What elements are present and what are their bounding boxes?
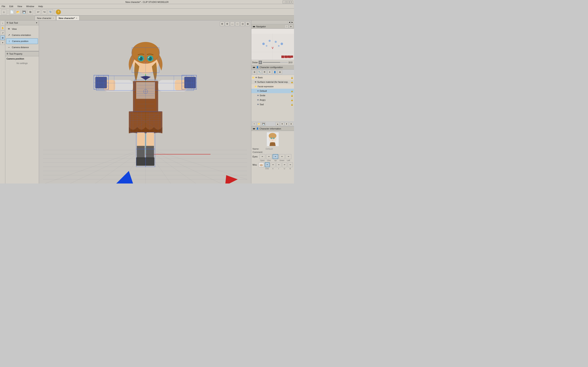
tool-camera-distance[interactable]: ↔ Camera distance bbox=[6, 44, 38, 50]
dist-slider[interactable] bbox=[263, 62, 287, 63]
tree-item-surface[interactable]: 👁 Surface material (for facial exp. 🔒 bbox=[251, 80, 294, 84]
config-bottom-btn[interactable]: ⬇ bbox=[289, 122, 293, 126]
tab-new-character[interactable]: New character × bbox=[35, 16, 56, 20]
tool-view[interactable]: 👁 View bbox=[6, 26, 38, 32]
menu-view[interactable]: View bbox=[17, 5, 23, 8]
tree-item-angry[interactable]: 👁 Angry 🔒 bbox=[251, 98, 294, 102]
tree-item-facial[interactable]: 📁 Facial expression bbox=[251, 84, 294, 89]
tab-new-character-modified[interactable]: New character* × bbox=[56, 16, 79, 20]
config-top-btn[interactable]: ⬆ bbox=[285, 122, 289, 126]
lock-sad: 🔒 bbox=[291, 103, 293, 106]
tree-label-smile: Smile bbox=[260, 94, 265, 97]
lock-default: 🔒 bbox=[291, 90, 293, 92]
toolbar-home-button[interactable]: ⌂ bbox=[1, 9, 7, 15]
config-folder-btn[interactable]: 📁 bbox=[257, 122, 261, 126]
mouth-a-btn[interactable]: •• bbox=[270, 162, 276, 167]
tree-label-basic: Basic bbox=[258, 76, 263, 79]
eye-down-btn[interactable]: •• bbox=[279, 154, 285, 159]
toolbar-redo-button[interactable]: ↪ bbox=[42, 9, 47, 15]
eye-open-btn[interactable]: •• bbox=[259, 154, 265, 159]
tool-camera-orientation[interactable]: ↗ Camera orientation bbox=[6, 32, 38, 38]
config-tool-2[interactable]: 🔧 bbox=[257, 70, 262, 74]
toolbar-undo-button[interactable]: ↩ bbox=[35, 9, 41, 15]
tree-item-basic[interactable]: 📁 👁 Basic 🔒 bbox=[251, 75, 294, 80]
lock-angry: 🔒 bbox=[291, 99, 293, 101]
char-config-section: ◀▶ 👤 Character configuration ⚙ 🔧 👁 ✦ 👤 ⊞… bbox=[251, 65, 294, 126]
title-text: New character* - CLIP STUDIO MODELER bbox=[125, 1, 168, 3]
toolbar-help-button[interactable]: ? bbox=[56, 9, 61, 15]
sub-tool-expand[interactable]: ▼ bbox=[36, 22, 38, 24]
nav-zoom-btn[interactable]: ⊞ bbox=[289, 25, 293, 28]
svg-rect-28 bbox=[146, 146, 154, 158]
eye-up-btn[interactable]: •• bbox=[273, 154, 278, 159]
config-tool-5[interactable]: 👤 bbox=[273, 70, 277, 74]
vp-minimize-btn[interactable]: — bbox=[230, 22, 234, 26]
toolbar-open-button[interactable]: 📂 bbox=[15, 9, 21, 15]
toolbar-refresh-button[interactable]: ↻ bbox=[48, 9, 53, 15]
tab-close-1[interactable]: × bbox=[53, 17, 54, 19]
left-panel: ⚙ Sub Tool ▼ 👁 View ↗ Camera orientation… bbox=[5, 20, 39, 184]
tool-sidebar-btn-4[interactable]: ⊞ bbox=[0, 35, 5, 40]
eye-left-btn[interactable]: •• bbox=[286, 154, 291, 159]
svg-rect-116 bbox=[281, 56, 284, 58]
tab-label-2: New character* bbox=[59, 17, 75, 19]
menu-help[interactable]: Help bbox=[37, 5, 44, 8]
tool-camera-position[interactable]: ↕ Camera position bbox=[6, 38, 38, 44]
close-button[interactable]: × bbox=[290, 1, 293, 3]
config-tool-1[interactable]: ⚙ bbox=[252, 70, 257, 74]
toolbar-save-button[interactable]: 💾 bbox=[21, 9, 27, 15]
config-add-btn[interactable]: + bbox=[252, 122, 256, 126]
vp-settings-btn-1[interactable]: ⚙ bbox=[220, 22, 224, 26]
panel-collapse-right[interactable]: ▶ bbox=[291, 21, 294, 24]
menubar: File Edit View Window Help bbox=[0, 4, 294, 8]
svg-point-106 bbox=[262, 43, 265, 45]
name-row: Name: Default bbox=[252, 148, 293, 150]
config-tool-3[interactable]: 👁 bbox=[262, 70, 267, 74]
viewport[interactable]: ⚙ ⚙ — □ ⊡ ⊠ bbox=[39, 20, 251, 184]
mouth-u-btn[interactable]: •• bbox=[282, 162, 287, 167]
char-config-tree: 📁 👁 Basic 🔒 👁 Surface material (for faci… bbox=[251, 75, 294, 121]
navigator-view[interactable]: V Distan bbox=[251, 29, 294, 65]
eye-close-btn[interactable]: •• bbox=[266, 154, 272, 159]
lock-surface: 🔒 bbox=[291, 81, 293, 83]
toolbar-new-button[interactable]: 📄 bbox=[9, 9, 15, 15]
svg-point-124 bbox=[269, 133, 277, 139]
eye-down-label: Down bbox=[279, 159, 285, 161]
mouth-e-btn[interactable]: •• bbox=[288, 162, 293, 167]
sub-tool-icon: ⚙ bbox=[7, 22, 8, 24]
menu-window[interactable]: Window bbox=[25, 5, 35, 8]
tool-sidebar-btn-3[interactable]: ↗ bbox=[0, 31, 5, 35]
tree-item-default[interactable]: 👁 Default 🔒 bbox=[251, 89, 294, 93]
vp-grid-btn[interactable]: ⊡ bbox=[240, 22, 245, 26]
tree-item-sad[interactable]: 👁 Sad 🔒 bbox=[251, 102, 294, 107]
menu-file[interactable]: File bbox=[1, 5, 6, 8]
nav-view-btn[interactable]: □ bbox=[285, 25, 288, 28]
eye-left-label: Left bbox=[286, 159, 291, 161]
menu-edit[interactable]: Edit bbox=[9, 5, 14, 8]
config-down-btn[interactable]: ▼ bbox=[280, 122, 284, 126]
eye-up-label: Up bbox=[273, 159, 278, 161]
tab-close-2[interactable]: × bbox=[76, 17, 77, 19]
maximize-button[interactable]: □ bbox=[286, 1, 290, 3]
char-config-header: ◀▶ 👤 Character configuration bbox=[251, 65, 294, 69]
minimize-button[interactable]: − bbox=[283, 1, 286, 3]
mouth-close-btn[interactable]: •• bbox=[265, 162, 270, 167]
tool-sidebar-btn-1[interactable]: ↕ bbox=[0, 21, 5, 25]
panel-collapse-left[interactable]: ◀ bbox=[288, 21, 291, 24]
svg-rect-27 bbox=[137, 146, 145, 158]
tree-item-smile[interactable]: 👁 Smile 🔒 bbox=[251, 93, 294, 98]
mouth-e-label: E bbox=[288, 167, 293, 170]
tool-sidebar-btn-5[interactable]: ✦ bbox=[0, 40, 5, 45]
config-save-btn[interactable]: 💾 bbox=[261, 122, 266, 126]
mouth-i-btn[interactable]: •• bbox=[276, 162, 281, 167]
vp-maximize-btn[interactable]: ⊠ bbox=[245, 22, 250, 26]
config-up-btn[interactable]: ▲ bbox=[276, 122, 280, 126]
toolbar-copy-button[interactable]: ⧉ bbox=[27, 9, 33, 15]
config-tool-4[interactable]: ✦ bbox=[268, 70, 272, 74]
config-tool-6[interactable]: ⊞ bbox=[278, 70, 282, 74]
vp-settings-btn-2[interactable]: ⚙ bbox=[225, 22, 229, 26]
char-config-title: Character configuration bbox=[259, 66, 283, 68]
svg-point-107 bbox=[269, 40, 271, 42]
tool-sidebar-btn-2[interactable]: ✋ bbox=[0, 26, 5, 30]
vp-split-btn[interactable]: □ bbox=[235, 22, 240, 26]
